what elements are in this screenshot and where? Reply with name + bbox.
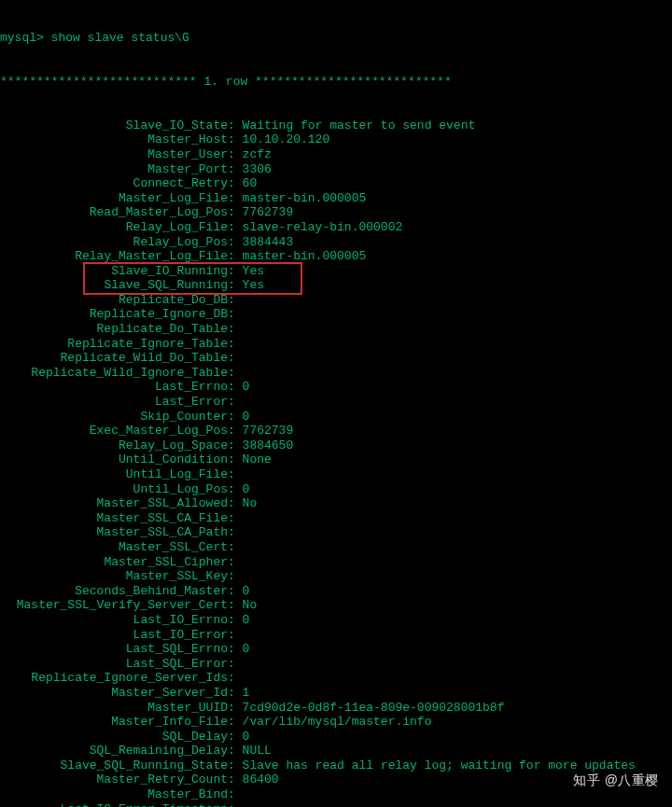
- field-value: Yes: [243, 264, 264, 279]
- field-separator: :: [228, 642, 243, 657]
- field-separator: :: [228, 613, 243, 628]
- field-label: Master_Info_File: [0, 715, 228, 730]
- field-label: Master_Log_File: [0, 191, 228, 206]
- field-label: Last_IO_Error_Timestamp: [0, 802, 228, 807]
- field-label: Master_SSL_Cipher: [0, 555, 228, 570]
- status-field-row: Master_SSL_CA_Path:: [0, 525, 672, 540]
- status-field-row: Master_SSL_Verify_Server_Cert: No: [0, 598, 672, 613]
- field-separator: :: [228, 744, 243, 758]
- field-value: Slave has read all relay log; waiting fo…: [243, 758, 636, 773]
- field-separator: :: [228, 191, 243, 206]
- field-label: Master_SSL_Cert: [0, 540, 228, 555]
- field-separator: :: [228, 366, 243, 381]
- field-separator: :: [228, 467, 243, 482]
- field-separator: :: [228, 424, 243, 438]
- status-field-row: Master_Info_File: /var/lib/mysql/master.…: [0, 715, 672, 730]
- field-value: 10.10.20.120: [243, 132, 330, 147]
- status-field-row: Until_Log_File:: [0, 467, 672, 482]
- field-label: Slave_SQL_Running_State: [0, 758, 228, 773]
- status-field-row: Master_Port: 3306: [0, 162, 672, 177]
- field-separator: :: [228, 496, 243, 511]
- field-separator: :: [228, 307, 243, 322]
- status-field-row: Slave_SQL_Running: Yes: [0, 278, 672, 293]
- status-field-row: Seconds_Behind_Master: 0: [0, 584, 672, 599]
- field-label: SQL_Delay: [0, 730, 228, 744]
- field-label: Replicate_Wild_Ignore_Table: [0, 366, 228, 381]
- field-value: slave-relay-bin.000002: [243, 220, 403, 235]
- field-value: zcfz: [243, 147, 272, 162]
- field-value: /var/lib/mysql/master.info: [243, 715, 432, 730]
- field-value: Waiting for master to send event: [243, 118, 476, 133]
- status-field-row: Last_SQL_Error:: [0, 657, 672, 672]
- status-field-row: Master_User: zcfz: [0, 147, 672, 162]
- status-field-row: Last_Error:: [0, 395, 672, 410]
- watermark: 知乎 @八重樱: [573, 772, 659, 788]
- field-label: Until_Condition: [0, 452, 228, 467]
- terminal-output: mysql> show slave status\G *************…: [0, 2, 672, 807]
- field-separator: :: [228, 511, 243, 526]
- status-field-row: Master_SSL_Cert:: [0, 540, 672, 555]
- field-label: Last_Errno: [0, 380, 228, 395]
- field-value: 0: [243, 584, 250, 599]
- status-field-row: Last_IO_Error_Timestamp:: [0, 802, 672, 807]
- field-label: Last_SQL_Error: [0, 657, 228, 672]
- field-label: Relay_Log_Space: [0, 438, 228, 453]
- field-separator: :: [228, 525, 243, 540]
- status-field-row: Last_IO_Error:: [0, 628, 672, 643]
- field-separator: :: [228, 730, 243, 744]
- status-field-row: Last_IO_Errno: 0: [0, 613, 672, 628]
- field-label: Master_SSL_CA_File: [0, 511, 228, 526]
- status-field-row: Skip_Counter: 0: [0, 410, 672, 424]
- field-separator: :: [228, 598, 243, 613]
- field-value: 0: [243, 613, 250, 628]
- field-label: Slave_SQL_Running: [0, 278, 228, 293]
- status-field-row: Slave_IO_State: Waiting for master to se…: [0, 118, 672, 133]
- field-label: Master_UUID: [0, 701, 228, 716]
- field-value: 0: [243, 380, 250, 395]
- status-field-row: Master_SSL_CA_File:: [0, 511, 672, 526]
- field-label: Master_SSL_Key: [0, 569, 228, 584]
- field-label: Until_Log_File: [0, 467, 228, 482]
- status-field-row: SQL_Delay: 0: [0, 730, 672, 744]
- field-separator: :: [228, 380, 243, 395]
- mysql-prompt: mysql> show slave status\G: [0, 31, 672, 46]
- status-field-row: Master_Host: 10.10.20.120: [0, 132, 672, 147]
- field-value: 0: [243, 410, 250, 424]
- field-separator: :: [228, 293, 243, 308]
- field-separator: :: [228, 278, 243, 293]
- field-separator: :: [228, 132, 243, 147]
- status-field-row: Replicate_Wild_Do_Table:: [0, 351, 672, 366]
- field-separator: :: [228, 395, 243, 410]
- field-separator: :: [228, 337, 243, 352]
- field-separator: :: [228, 787, 243, 802]
- status-field-row: Until_Log_Pos: 0: [0, 482, 672, 497]
- field-label: Skip_Counter: [0, 410, 228, 424]
- field-label: Last_Error: [0, 395, 228, 410]
- status-field-row: Slave_IO_Running: Yes: [0, 264, 672, 279]
- status-field-row: Master_SSL_Key:: [0, 569, 672, 584]
- field-separator: :: [228, 118, 243, 133]
- field-separator: :: [228, 772, 243, 787]
- field-label: Last_SQL_Errno: [0, 642, 228, 657]
- field-value: 3884443: [243, 235, 294, 250]
- status-field-row: Connect_Retry: 60: [0, 176, 672, 191]
- field-separator: :: [228, 715, 243, 730]
- field-value: 3884650: [243, 438, 294, 453]
- field-label: Connect_Retry: [0, 176, 228, 191]
- field-value: 7762739: [243, 205, 294, 220]
- field-separator: :: [228, 351, 243, 366]
- row-separator: *************************** 1. row *****…: [0, 75, 672, 90]
- field-separator: :: [228, 176, 243, 191]
- field-value: Yes: [243, 278, 264, 293]
- status-field-row: Master_Log_File: master-bin.000005: [0, 191, 672, 206]
- field-label: Replicate_Ignore_Table: [0, 337, 228, 352]
- field-value: 0: [243, 482, 250, 497]
- field-separator: :: [228, 438, 243, 453]
- field-separator: :: [228, 701, 243, 716]
- field-separator: :: [228, 540, 243, 555]
- field-separator: :: [228, 235, 243, 250]
- field-value: 3306: [243, 162, 272, 177]
- field-separator: :: [228, 482, 243, 497]
- field-label: Master_User: [0, 147, 228, 162]
- status-field-row: Exec_Master_Log_Pos: 7762739: [0, 424, 672, 438]
